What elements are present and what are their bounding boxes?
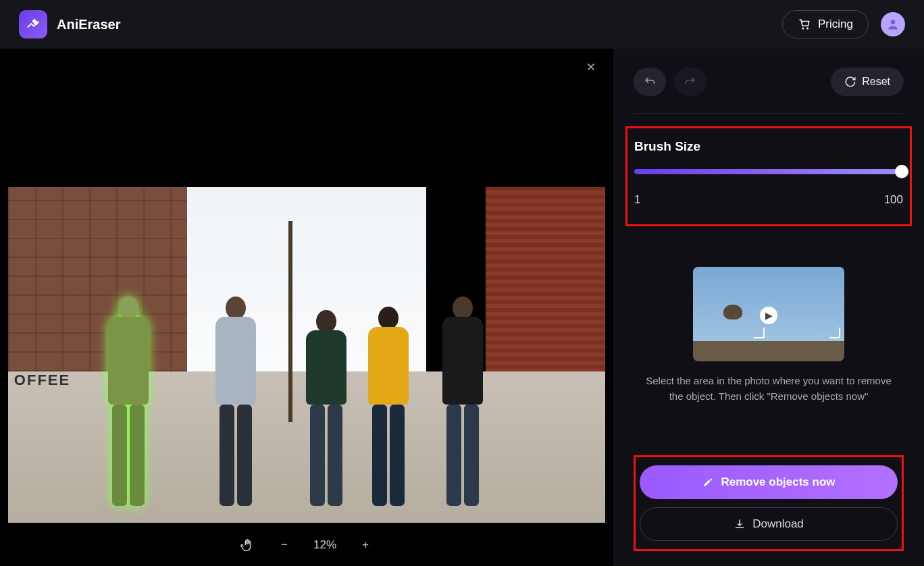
download-icon xyxy=(734,518,746,530)
canvas-area: OFFEE − 12% + xyxy=(0,49,613,566)
brush-min: 1 xyxy=(634,193,640,207)
close-button[interactable] xyxy=(585,61,597,73)
person-5 xyxy=(432,297,493,506)
pricing-button[interactable]: Pricing xyxy=(782,10,869,38)
preview-before: Before xyxy=(693,267,769,361)
app-name: AniEraser xyxy=(57,17,121,32)
person-3 xyxy=(301,310,352,506)
pricing-label: Pricing xyxy=(818,18,853,31)
main: OFFEE − 12% + xyxy=(0,49,924,566)
hint-text: Select the area in the photo where you w… xyxy=(634,374,904,404)
pan-hand-icon[interactable] xyxy=(240,538,255,552)
user-icon xyxy=(886,18,900,31)
zoom-percent: 12% xyxy=(313,538,336,552)
remove-objects-button[interactable]: Remove objects now xyxy=(640,465,898,499)
brush-size-section: Brush Size 1 100 xyxy=(625,126,912,226)
svg-point-0 xyxy=(891,20,896,24)
slider-thumb[interactable] xyxy=(895,165,908,178)
close-icon xyxy=(585,61,597,73)
zoom-in-button[interactable]: + xyxy=(358,538,373,552)
brush-size-slider[interactable] xyxy=(634,169,903,174)
coffee-sign: OFFEE xyxy=(14,371,70,389)
reset-icon xyxy=(844,76,856,88)
logo-group: AniEraser xyxy=(19,10,121,38)
app-logo-icon xyxy=(19,10,47,38)
image-canvas[interactable]: OFFEE xyxy=(8,187,605,523)
app-header: AniEraser Pricing xyxy=(0,0,924,49)
brush-icon xyxy=(702,476,714,488)
preview-section: Before After ▶ Select the area in the ph… xyxy=(634,267,904,404)
person-2 xyxy=(205,297,266,506)
remove-label: Remove objects now xyxy=(721,475,835,489)
download-label: Download xyxy=(752,517,804,531)
person-selected-mask xyxy=(98,297,159,506)
header-actions: Pricing xyxy=(782,10,905,38)
undo-button[interactable] xyxy=(634,68,666,96)
avatar[interactable] xyxy=(881,12,905,36)
zoom-controls: − 12% + xyxy=(240,538,373,552)
person-4 xyxy=(361,307,416,506)
redo-button[interactable] xyxy=(674,68,707,96)
before-after-preview: Before After ▶ xyxy=(693,267,844,361)
side-panel: Reset Brush Size 1 100 Before A xyxy=(613,49,924,566)
history-row: Reset xyxy=(634,68,904,96)
undo-icon xyxy=(643,76,657,88)
reset-button[interactable]: Reset xyxy=(831,68,904,96)
bird-icon xyxy=(723,305,742,319)
zoom-out-button[interactable]: − xyxy=(277,538,292,552)
reset-label: Reset xyxy=(862,76,890,88)
brush-size-label: Brush Size xyxy=(634,139,903,154)
download-button[interactable]: Download xyxy=(640,507,898,541)
brush-max: 100 xyxy=(884,193,903,207)
tree xyxy=(288,221,292,422)
action-section: Remove objects now Download xyxy=(634,455,904,551)
redo-icon xyxy=(684,76,697,88)
divider xyxy=(634,113,904,114)
arrow-right-icon: ▶ xyxy=(760,307,777,324)
cart-icon xyxy=(798,18,811,30)
preview-after: After xyxy=(769,267,844,361)
